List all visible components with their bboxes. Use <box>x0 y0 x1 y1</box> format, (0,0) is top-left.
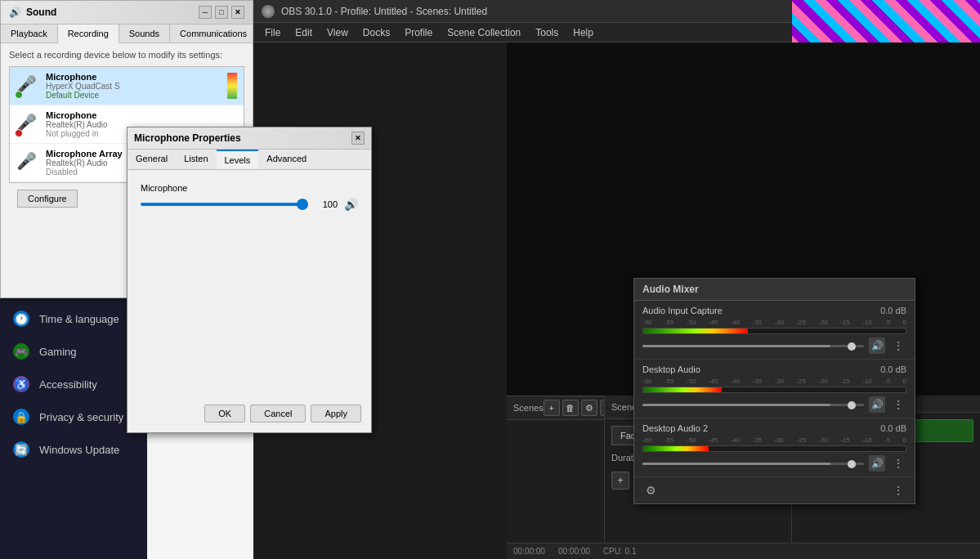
device-status-3: Disabled <box>46 168 123 177</box>
gaming-icon: 🎮 <box>13 343 29 360</box>
meter-fill-3 <box>643 446 709 451</box>
mixer-ch2-slider[interactable] <box>642 404 864 406</box>
mic-props-window-buttons: ✕ <box>351 132 365 145</box>
sidebar-item-label: Privacy & security <box>39 411 123 423</box>
mixer-ch1-name: Audio Input Capture <box>642 306 723 315</box>
accessibility-icon: ♿ <box>13 376 29 392</box>
mixer-ch1-mute-button[interactable]: 🔊 <box>869 338 885 354</box>
slider-thumb[interactable] <box>297 199 308 210</box>
mixer-ch3-controls: 🔊 ⋮ <box>642 455 906 472</box>
device-item-hyperx[interactable]: 🎤 Microphone HyperX QuadCast S Default D… <box>10 67 244 105</box>
mic-properties-dialog: Microphone Properties ✕ General Listen L… <box>127 127 372 433</box>
mixer-ch3-options-button[interactable]: ⋮ <box>890 455 906 472</box>
mixer-settings-button[interactable]: ⚙ <box>642 482 659 499</box>
mixer-ch3-mute-button[interactable]: 🔊 <box>869 455 885 472</box>
device-name: Microphone <box>46 72 120 82</box>
mixer-more-button[interactable]: ⋮ <box>890 482 906 499</box>
minimize-button[interactable]: ─ <box>199 6 212 19</box>
mixer-ch1-options-button[interactable]: ⋮ <box>890 338 906 354</box>
mixer-ch1-header: Audio Input Capture 0.0 dB <box>642 306 906 315</box>
meter-fill-1 <box>643 329 748 333</box>
meter-fill-2 <box>643 387 722 392</box>
speaker-icon[interactable]: 🔊 <box>344 198 358 211</box>
sidebar-item-label: Accessibility <box>39 378 97 391</box>
sidebar-item-privacy[interactable]: 🔒 Privacy & security <box>0 400 147 433</box>
mixer-ch3-slider[interactable] <box>642 463 864 465</box>
device-sub-2: Realtek(R) Audio <box>46 120 108 129</box>
add-scene-button[interactable]: + <box>544 400 560 416</box>
mic-tab-general[interactable]: General <box>128 150 176 169</box>
mixer-ch1-db: 0.0 dB <box>880 306 906 315</box>
volume-slider-track <box>141 203 307 206</box>
device-info: Microphone HyperX QuadCast S Default Dev… <box>46 72 120 100</box>
mixer-ch2-header: Desktop Audio 0.0 dB <box>642 364 906 374</box>
device-status-2: Not plugged in <box>46 129 108 138</box>
tab-communications[interactable]: Communications <box>170 25 257 42</box>
mixer-ch3-slider-fill <box>642 463 830 465</box>
sound-dialog-title-icon: 🔊 <box>9 7 21 18</box>
mixer-ch3-name: Desktop Audio 2 <box>642 423 708 433</box>
mic-apply-button[interactable]: Apply <box>311 405 361 423</box>
mixer-channel-3: Desktop Audio 2 0.0 dB -60-55-50-45-40-3… <box>634 418 915 477</box>
sidebar-item-windows-update[interactable]: 🔄 Windows Update <box>0 433 147 466</box>
sidebar-item-label: Gaming <box>39 346 77 358</box>
mic-props-title-text: Microphone Properties <box>134 132 241 144</box>
configure-button[interactable]: Configure <box>17 190 78 208</box>
mic-tab-advanced[interactable]: Advanced <box>258 150 315 169</box>
sound-tabs: Playback Recording Sounds Communications <box>1 25 253 43</box>
tab-recording[interactable]: Recording <box>58 25 119 43</box>
sidebar-item-time[interactable]: 🕐 Time & language <box>0 302 147 335</box>
active-status-dot <box>15 91 23 99</box>
device-icon-wrap-2: 🎤 <box>16 113 39 136</box>
mixer-ch2-options-button[interactable]: ⋮ <box>890 396 906 413</box>
slider-value: 100 <box>313 199 338 209</box>
mixer-channel-1: Audio Input Capture 0.0 dB -60-55-50-45-… <box>634 301 915 360</box>
configure-scene-button[interactable]: ⚙ <box>581 400 597 416</box>
add-transition-button[interactable]: + <box>611 472 629 490</box>
obs-title-text: OBS 30.1.0 - Profile: Untitled - Scenes:… <box>281 6 487 17</box>
mic-tab-levels[interactable]: Levels <box>217 150 259 169</box>
obs-menu-edit[interactable]: Edit <box>289 25 319 40</box>
obs-menu-file[interactable]: File <box>258 25 287 40</box>
mic-cancel-button[interactable]: Cancel <box>250 405 306 423</box>
obs-menu-help[interactable]: Help <box>566 25 600 40</box>
mixer-ch2-db: 0.0 dB <box>880 364 906 374</box>
statusbar-time2: 00:00:00 <box>558 547 590 556</box>
remove-scene-button[interactable]: 🗑 <box>562 400 579 416</box>
tab-sounds[interactable]: Sounds <box>119 25 170 42</box>
mic-props-tabs: General Listen Levels Advanced <box>128 150 371 170</box>
obs-statusbar: 00:00:00 00:00:00 CPU: 0.1 <box>507 543 980 559</box>
sidebar-item-label: Windows Update <box>39 444 119 456</box>
mixer-ch1-slider[interactable] <box>642 345 864 347</box>
obs-menu-tools[interactable]: Tools <box>529 25 565 40</box>
device-info-3: Microphone Array Realtek(R) Audio Disabl… <box>46 149 123 177</box>
maximize-button[interactable]: □ <box>215 6 228 19</box>
device-name-2: Microphone <box>46 110 108 120</box>
slider-label: Microphone <box>141 183 358 193</box>
volume-slider-row: 100 🔊 <box>141 198 358 211</box>
recording-hint: Select a recording device below to modif… <box>9 50 244 60</box>
mixer-ch2-slider-thumb <box>848 401 856 409</box>
mixer-ch1-meter <box>642 328 906 334</box>
time-icon: 🕐 <box>13 311 29 327</box>
obs-menu-docks[interactable]: Docks <box>356 25 396 40</box>
sound-dialog-title-text: Sound <box>26 7 56 18</box>
device-name-3: Microphone Array <box>46 149 123 159</box>
mixer-ch2-name: Desktop Audio <box>642 364 700 374</box>
close-button[interactable]: ✕ <box>231 6 244 19</box>
obs-menu-scene-collection[interactable]: Scene Collection <box>441 25 527 40</box>
mic-tab-listen[interactable]: Listen <box>176 150 216 169</box>
sidebar-item-gaming[interactable]: 🎮 Gaming <box>0 335 147 368</box>
mic-close-button[interactable]: ✕ <box>351 132 365 145</box>
mic-ok-button[interactable]: OK <box>204 405 245 423</box>
mixer-ch2-meter-labels: -60-55-50-45-40-35-30-25-20-15-10-50 <box>642 378 906 385</box>
mixer-ch3-meter-labels: -60-55-50-45-40-35-30-25-20-15-10-50 <box>642 436 906 444</box>
level-bar <box>227 73 237 99</box>
sidebar-item-accessibility[interactable]: ♿ Accessibility <box>0 368 147 400</box>
obs-menu-view[interactable]: View <box>320 25 355 40</box>
mixer-ch3-meter <box>642 445 906 452</box>
obs-menu-profile[interactable]: Profile <box>398 25 439 40</box>
mixer-ch2-mute-button[interactable]: 🔊 <box>869 396 885 413</box>
microphone-icon-3: 🎤 <box>16 152 37 170</box>
tab-playback[interactable]: Playback <box>1 25 58 42</box>
